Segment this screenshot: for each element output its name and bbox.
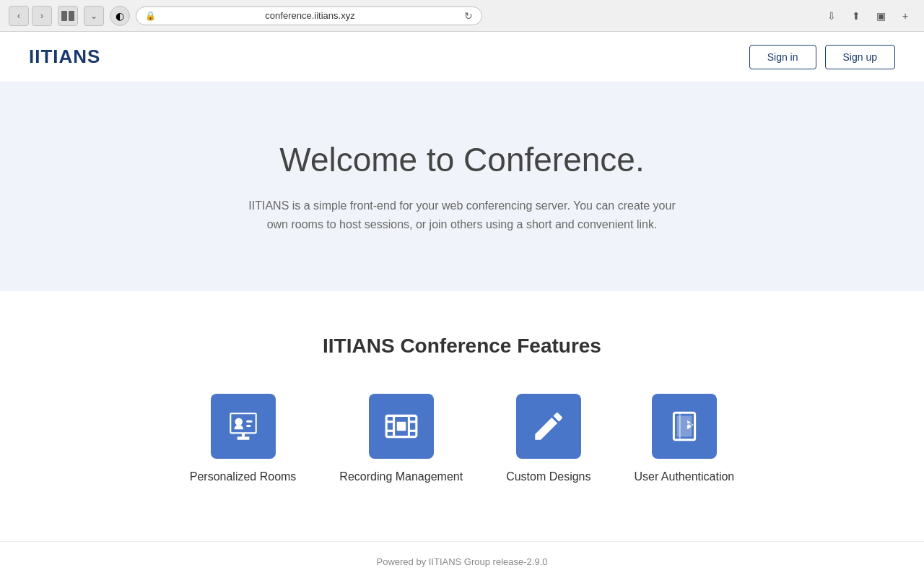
- browser-chrome: ‹ › ⌄ ◐ 🔒 conference.iitians.xyz ↻ ⇩ ⬆ ▣…: [0, 0, 924, 32]
- features-title: IITIANS Conference Features: [29, 335, 895, 358]
- navbar: IITIANS Sign in Sign up: [0, 32, 924, 82]
- svg-point-0: [235, 418, 242, 426]
- share-button[interactable]: ⬆: [846, 6, 866, 26]
- recording-management-label: Recording Management: [339, 470, 463, 483]
- browser-nav: ‹ ›: [9, 6, 52, 26]
- svg-rect-2: [246, 425, 250, 427]
- features-grid: Personalized Rooms Recordi: [29, 394, 895, 483]
- pencil-icon: [531, 408, 567, 444]
- sidebar-toggle-icon: [61, 11, 74, 21]
- door-icon: [666, 408, 702, 444]
- new-tab-button[interactable]: +: [895, 6, 915, 26]
- hero-title: Welcome to Conference.: [29, 140, 895, 179]
- dropdown-button[interactable]: ⌄: [84, 6, 104, 26]
- presenter-icon: [225, 408, 261, 444]
- theme-toggle-button[interactable]: ◐: [110, 6, 130, 26]
- reload-button[interactable]: ↻: [464, 10, 473, 22]
- nav-buttons: Sign in Sign up: [749, 45, 895, 69]
- url-text: conference.iitians.xyz: [160, 10, 460, 21]
- download-button[interactable]: ⇩: [821, 6, 842, 26]
- sidebar-toggle-button[interactable]: [58, 6, 78, 26]
- signin-button[interactable]: Sign in: [749, 45, 816, 69]
- hero-subtitle: IITIANS is a simple front-end for your w…: [245, 197, 679, 233]
- feature-personalized-rooms: Personalized Rooms: [190, 394, 297, 483]
- personalized-rooms-label: Personalized Rooms: [190, 470, 297, 483]
- signup-button[interactable]: Sign up: [825, 45, 895, 69]
- custom-designs-icon-box: [516, 394, 581, 459]
- footer: Powered by IITIANS Group release-2.9.0: [0, 541, 924, 578]
- theme-icon: ◐: [116, 10, 124, 22]
- recording-management-icon-box: [369, 394, 434, 459]
- svg-rect-1: [246, 420, 252, 423]
- feature-recording-management: Recording Management: [339, 394, 463, 483]
- custom-designs-label: Custom Designs: [506, 470, 590, 483]
- personalized-rooms-icon-box: [211, 394, 276, 459]
- film-icon: [383, 408, 419, 444]
- footer-text: Powered by IITIANS Group release-2.9.0: [376, 556, 547, 567]
- hero-section: Welcome to Conference. IITIANS is a simp…: [0, 82, 924, 291]
- user-authentication-label: User Authentication: [635, 470, 735, 483]
- lock-icon: 🔒: [145, 11, 156, 21]
- address-bar[interactable]: 🔒 conference.iitians.xyz ↻: [136, 7, 482, 25]
- site-logo: IITIANS: [29, 46, 100, 68]
- forward-button[interactable]: ›: [32, 6, 52, 26]
- browser-actions: ⇩ ⬆ ▣ +: [821, 6, 915, 26]
- feature-custom-designs: Custom Designs: [506, 394, 590, 483]
- features-section: IITIANS Conference Features Personalized…: [0, 291, 924, 512]
- extensions-button[interactable]: ▣: [871, 6, 891, 26]
- user-authentication-icon-box: [652, 394, 717, 459]
- website-content: IITIANS Sign in Sign up Welcome to Confe…: [0, 32, 924, 578]
- feature-user-authentication: User Authentication: [635, 394, 735, 483]
- svg-rect-10: [396, 422, 406, 431]
- back-button[interactable]: ‹: [9, 6, 29, 26]
